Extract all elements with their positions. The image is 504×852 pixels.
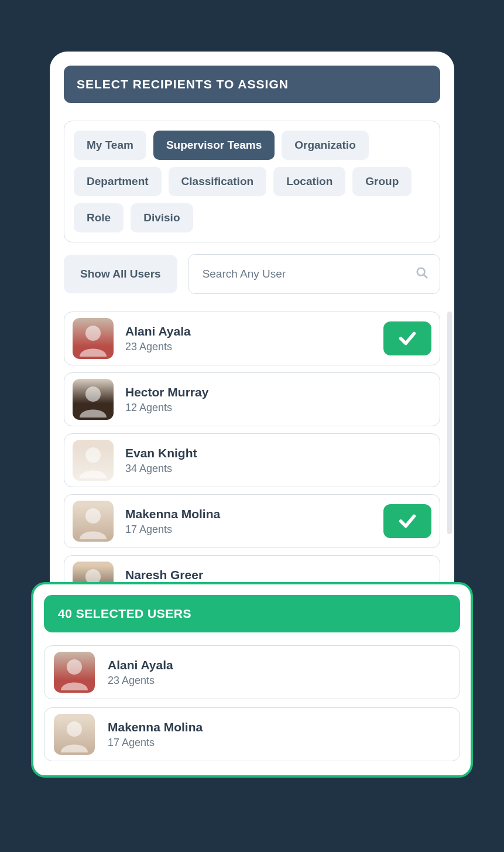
user-name: Naresh Greer (125, 568, 431, 582)
search-input[interactable] (188, 254, 440, 294)
user-agent-count: 17 Agents (125, 523, 372, 536)
scrollbar[interactable] (447, 312, 452, 534)
svg-point-3 (85, 386, 101, 402)
filter-chip-location[interactable]: Location (273, 167, 345, 196)
user-agent-count: 12 Agents (125, 402, 431, 414)
drawer-list: Alani Ayala23 AgentsMakenna Molina17 Age… (44, 645, 460, 761)
svg-point-4 (85, 447, 101, 463)
recipients-panel: SELECT RECIPIENTS TO ASSIGN My TeamSuper… (50, 52, 454, 644)
user-info: Alani Ayala23 Agents (125, 324, 372, 353)
filter-chip-supervisor-teams[interactable]: Supervisor Teams (153, 131, 275, 160)
svg-point-7 (67, 659, 82, 675)
user-info: Hector Murray12 Agents (125, 385, 431, 414)
user-agent-count: 23 Agents (108, 675, 450, 687)
filter-chip-classification[interactable]: Classification (169, 167, 267, 196)
show-all-users-button[interactable]: Show All Users (64, 255, 177, 293)
user-agent-count: 17 Agents (108, 737, 450, 749)
app-background: SELECT RECIPIENTS TO ASSIGN My TeamSuper… (0, 0, 504, 852)
svg-point-2 (85, 326, 101, 341)
user-name: Hector Murray (125, 385, 431, 399)
avatar (54, 714, 95, 755)
user-agent-count: 34 Agents (125, 463, 431, 475)
user-info: Makenna Molina17 Agents (108, 720, 450, 749)
users-list: Alani Ayala23 AgentsHector Murray12 Agen… (64, 312, 440, 609)
svg-line-1 (424, 275, 427, 278)
avatar (54, 652, 95, 693)
drawer-title: 40 SELECTED USERS (44, 595, 460, 632)
user-row[interactable]: Alani Ayala23 Agents (64, 312, 440, 365)
user-row[interactable]: Evan Knight34 Agents (64, 433, 440, 487)
selected-check-icon (383, 504, 431, 538)
controls-row: Show All Users (64, 254, 440, 294)
svg-point-5 (85, 508, 101, 523)
user-info: Makenna Molina17 Agents (125, 507, 372, 536)
selected-users-drawer: 40 SELECTED USERS Alani Ayala23 AgentsMa… (31, 582, 473, 778)
selected-user-row[interactable]: Makenna Molina17 Agents (44, 707, 460, 761)
panel-title: SELECT RECIPIENTS TO ASSIGN (64, 66, 440, 103)
filter-chip-group[interactable]: Group (352, 167, 412, 196)
user-name: Makenna Molina (125, 507, 372, 521)
svg-point-8 (67, 721, 82, 737)
filter-chip-organizatio[interactable]: Organizatio (282, 131, 369, 160)
selected-check-icon (383, 321, 431, 355)
search-wrapper (188, 254, 440, 294)
filter-chip-group: My TeamSupervisor TeamsOrganizatioDepart… (64, 121, 440, 242)
avatar (73, 440, 114, 481)
user-row[interactable]: Hector Murray12 Agents (64, 372, 440, 426)
filter-chip-divisio[interactable]: Divisio (131, 203, 193, 232)
filter-chip-my-team[interactable]: My Team (74, 131, 146, 160)
user-name: Evan Knight (125, 446, 431, 460)
avatar (73, 379, 114, 420)
avatar (73, 501, 114, 542)
user-row[interactable]: Makenna Molina17 Agents (64, 494, 440, 548)
filter-chip-department[interactable]: Department (74, 167, 162, 196)
user-info: Alani Ayala23 Agents (108, 658, 450, 687)
user-name: Makenna Molina (108, 720, 450, 734)
filter-chip-role[interactable]: Role (74, 203, 124, 232)
selected-user-row[interactable]: Alani Ayala23 Agents (44, 645, 460, 699)
user-info: Evan Knight34 Agents (125, 446, 431, 475)
search-icon (416, 266, 428, 282)
user-agent-count: 23 Agents (125, 341, 372, 353)
avatar (73, 318, 114, 359)
user-name: Alani Ayala (108, 658, 450, 672)
user-name: Alani Ayala (125, 324, 372, 338)
